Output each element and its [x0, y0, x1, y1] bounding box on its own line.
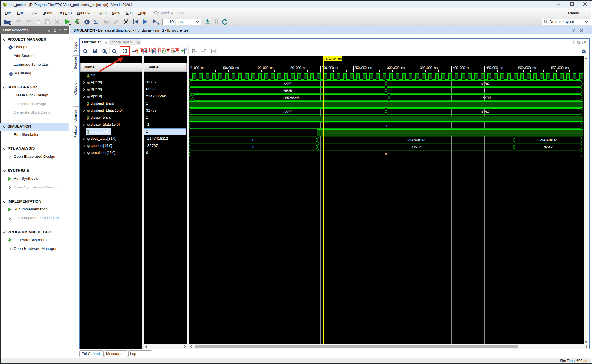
svg-text:-32767: -32767	[479, 110, 490, 114]
svg-text:0.000 ns: 0.000 ns	[190, 66, 204, 70]
svg-text:65535: 65535	[283, 89, 292, 93]
svg-text:32767: 32767	[283, 110, 292, 114]
svg-text:0: 0	[252, 145, 254, 149]
svg-text:10: 10	[10, 241, 13, 243]
svg-text:300.000 ns: 300.000 ns	[387, 66, 405, 70]
svg-text:-32767: -32767	[481, 96, 491, 100]
svg-text:2147418112: 2147418112	[540, 138, 557, 142]
svg-text:-32767: -32767	[410, 145, 421, 149]
svg-text:450.000 ns: 450.000 ns	[485, 66, 503, 70]
svg-text:01: 01	[77, 19, 79, 21]
svg-text:2147385345: 2147385345	[282, 96, 299, 100]
svg-text:400.000 ns: 400.000 ns	[452, 66, 470, 70]
svg-text:(T): (T)	[156, 22, 159, 25]
svg-text:205.004 ns: 205.004 ns	[324, 57, 342, 61]
svg-text:550.000 ns: 550.000 ns	[551, 66, 569, 70]
svg-text:-1: -1	[384, 124, 388, 128]
svg-text:01: 01	[10, 239, 13, 241]
svg-text:0: 0	[252, 138, 254, 142]
svg-text:250.000 ns: 250.000 ns	[354, 66, 372, 70]
svg-text:150.000 ns: 150.000 ns	[289, 66, 306, 70]
svg-text:32767: 32767	[283, 82, 292, 86]
svg-text:10: 10	[77, 22, 79, 24]
svg-text:350.000 ns: 350.000 ns	[420, 66, 438, 70]
svg-text:1: 1	[483, 89, 485, 93]
svg-text:32767: 32767	[544, 145, 553, 149]
svg-text:500.000 ns: 500.000 ns	[518, 66, 536, 70]
svg-text:100.000 ns: 100.000 ns	[256, 66, 274, 70]
svg-text:200.000 ns: 200.000 ns	[321, 66, 339, 70]
svg-text:50.000 ns: 50.000 ns	[223, 66, 239, 70]
svg-text:-32767: -32767	[479, 82, 490, 86]
svg-text:-2147418112: -2147418112	[407, 138, 425, 142]
svg-text:0: 0	[385, 152, 387, 156]
